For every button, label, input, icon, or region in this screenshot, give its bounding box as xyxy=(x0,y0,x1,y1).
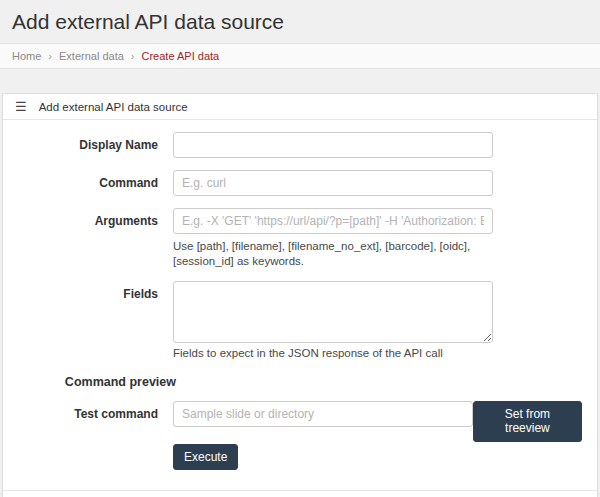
chevron-separator-icon xyxy=(131,50,135,62)
command-preview-row: Command preview xyxy=(18,373,582,389)
display-name-input[interactable] xyxy=(173,132,493,158)
test-command-label: Test command xyxy=(18,401,158,421)
fields-label: Fields xyxy=(18,281,158,301)
fields-textarea[interactable] xyxy=(173,281,493,343)
arguments-row: Arguments Use [path], [filename], [filen… xyxy=(18,208,582,269)
page-title: Add external API data source xyxy=(0,0,600,43)
display-name-row: Display Name xyxy=(18,132,582,158)
fields-row: Fields Fields to expect in the JSON resp… xyxy=(18,281,582,361)
command-preview-label: Command preview xyxy=(18,373,176,389)
form-panel: Add external API data source Display Nam… xyxy=(2,93,598,497)
breadcrumb-external-data[interactable]: External data xyxy=(59,50,124,62)
display-name-label: Display Name xyxy=(18,132,158,152)
set-from-treeview-button[interactable]: Set from treeview xyxy=(473,401,582,442)
hamburger-icon xyxy=(15,100,27,113)
command-row: Command xyxy=(18,170,582,196)
breadcrumb-home[interactable]: Home xyxy=(12,50,41,62)
chevron-separator-icon xyxy=(48,50,52,62)
panel-header: Add external API data source xyxy=(3,94,597,120)
execute-button[interactable]: Execute xyxy=(173,444,238,470)
command-input[interactable] xyxy=(173,170,493,196)
arguments-help-text: Use [path], [filename], [filename_no_ext… xyxy=(173,239,493,269)
fields-help-text: Fields to expect in the JSON response of… xyxy=(173,346,493,361)
command-label: Command xyxy=(18,170,158,190)
test-command-row: Test command Set from treeview Execute xyxy=(18,401,582,470)
breadcrumb-create-api-data: Create API data xyxy=(142,50,220,62)
panel-title: Add external API data source xyxy=(39,101,188,113)
form-body: Display Name Command Arguments Use [path… xyxy=(3,120,597,480)
panel-footer: Create Back to List xyxy=(3,490,597,497)
arguments-input[interactable] xyxy=(173,208,493,234)
arguments-label: Arguments xyxy=(18,208,158,228)
breadcrumb: Home External data Create API data xyxy=(0,43,600,69)
test-command-input[interactable] xyxy=(173,401,473,427)
